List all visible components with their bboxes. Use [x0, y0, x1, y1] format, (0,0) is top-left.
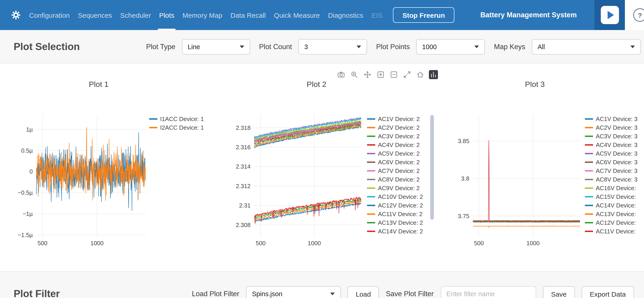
legend-item[interactable]: AC11V Device: — [585, 227, 638, 236]
svg-text:0.5µ: 0.5µ — [21, 147, 33, 154]
legend-item[interactable]: AC3V Device: 2 — [367, 132, 423, 140]
chevron-down-icon — [240, 45, 244, 48]
svg-text:500: 500 — [38, 240, 47, 246]
legend-item[interactable]: AC14V Device: — [585, 201, 638, 210]
legend-item[interactable]: AC8V Device: 2 — [367, 175, 423, 184]
export-data-button[interactable]: Export Data — [582, 286, 634, 298]
toggle-spikelines-icon[interactable] — [429, 70, 438, 79]
load-filter-label: Load Plot Filter — [192, 290, 240, 298]
svg-text:1000: 1000 — [526, 240, 540, 246]
svg-text:2.312: 2.312 — [236, 183, 250, 190]
legend-item[interactable]: AC4V Device: 2 — [367, 140, 423, 149]
legend-item[interactable]: AC5V Device: 3 — [585, 149, 638, 158]
legend-item[interactable]: AC14V Device: 2 — [367, 227, 423, 236]
legend-swatch — [367, 231, 375, 232]
filter-name-input[interactable] — [440, 286, 536, 298]
legend-item[interactable]: AC2V Device: 3 — [585, 123, 638, 132]
legend-item[interactable]: AC13V Device: — [585, 210, 638, 218]
nav-item-memory-map[interactable]: Memory Map — [182, 0, 222, 30]
nav-item-plots[interactable]: Plots — [159, 0, 174, 30]
zoom-in-icon[interactable] — [376, 70, 385, 79]
legend-swatch — [367, 153, 375, 154]
svg-text:1µ: 1µ — [26, 126, 33, 133]
control-group: Map KeysAll — [494, 39, 641, 54]
legend-item[interactable]: AC8V Device: 3 — [585, 175, 638, 184]
chart-canvas-1[interactable]: 50010001µ0.5µ0−0.5µ−1µ−1.5µ — [13, 110, 156, 248]
help-button[interactable]: ? — [633, 8, 644, 22]
nav-item-eis[interactable]: EIS — [371, 0, 382, 30]
legend-item[interactable]: AC15V Device: — [585, 192, 638, 201]
zoom-out-icon[interactable] — [389, 70, 398, 79]
autoscale-icon[interactable] — [402, 70, 412, 79]
legend-item[interactable]: I1ACC Device: 1 — [149, 115, 204, 123]
dropdown-plot-count-value: 3 — [304, 43, 308, 50]
legend-item[interactable]: AC13V Device: 2 — [367, 218, 423, 227]
camera-icon[interactable] — [336, 70, 346, 79]
legend-item[interactable]: AC9V Device: 2 — [367, 184, 423, 192]
nav-item-sequences[interactable]: Sequences — [78, 0, 112, 30]
chevron-down-icon — [630, 45, 635, 48]
gear-icon[interactable] — [10, 10, 22, 20]
legend-item[interactable]: AC7V Device: 2 — [367, 166, 423, 175]
control-label: Plot Type — [146, 42, 175, 51]
legend-swatch — [367, 162, 375, 163]
play-button[interactable] — [600, 6, 619, 24]
chart-canvas-2[interactable]: 50010002.3182.3162.3142.3122.312.308 — [233, 110, 370, 248]
legend-item[interactable]: AC2V Device: 2 — [367, 123, 423, 132]
legend-item[interactable]: AC16V Device: — [585, 184, 638, 192]
legend-item[interactable]: AC4V Device: 3 — [585, 140, 638, 149]
zoom-icon[interactable] — [350, 70, 359, 79]
stop-freerun-button[interactable]: Stop Freerun — [393, 7, 454, 23]
legend-item[interactable]: AC6V Device: 2 — [367, 158, 423, 166]
chart-canvas-3[interactable]: 50010003.853.83.75 — [452, 110, 589, 248]
dropdown-plot-count[interactable]: 3 — [298, 39, 367, 54]
plot-filter-bar: Plot Filter Load Plot Filter Spins.json … — [0, 271, 644, 298]
legend-swatch — [367, 188, 375, 189]
legend-swatch — [367, 196, 375, 198]
legend-item[interactable]: AC3V Device: 3 — [585, 132, 638, 140]
legend-label: AC14V Device: — [596, 202, 636, 209]
nav-item-data-recall[interactable]: Data Recall — [230, 0, 266, 30]
plot-modebar — [336, 70, 438, 79]
load-button[interactable]: Load — [348, 286, 379, 298]
legend-item[interactable]: AC5V Device: 2 — [367, 149, 423, 158]
nav-item-configuration[interactable]: Configuration — [29, 0, 70, 30]
nav-item-scheduler[interactable]: Scheduler — [120, 0, 151, 30]
legend-swatch — [585, 231, 593, 232]
pan-icon[interactable] — [363, 70, 372, 79]
legend-label: AC11V Device: — [596, 228, 635, 235]
plot-selection-heading: Plot Selection — [14, 41, 80, 52]
legend-scrollbar[interactable] — [430, 115, 434, 220]
svg-text:2.308: 2.308 — [236, 222, 250, 228]
legend-item[interactable]: I2ACC Device: 1 — [149, 123, 204, 132]
legend-item[interactable]: AC11V Device: 2 — [367, 210, 423, 218]
dropdown-plot-type[interactable]: Line — [182, 39, 250, 54]
chart-title: Plot 2 — [307, 80, 326, 89]
legend-item[interactable]: AC6V Device: 3 — [585, 158, 638, 166]
nav-item-quick-measure[interactable]: Quick Measure — [274, 0, 320, 30]
legend-item[interactable]: AC12V Device: 2 — [367, 201, 423, 210]
legend-label: AC1V Device: 2 — [378, 116, 420, 122]
dropdown-plot-points[interactable]: 1000 — [416, 39, 485, 54]
legend-item[interactable]: AC1V Device: 3 — [585, 115, 638, 123]
legend-swatch — [585, 188, 593, 189]
help-corner: ? — [625, 0, 644, 30]
dropdown-map-keys[interactable]: All — [532, 39, 641, 54]
svg-text:1000: 1000 — [90, 240, 104, 246]
legend-item[interactable]: AC12V Device: — [585, 218, 638, 227]
legend-item[interactable]: AC10V Device: 2 — [367, 192, 423, 201]
svg-text:2.314: 2.314 — [236, 163, 250, 170]
legend-label: AC2V Device: 3 — [596, 124, 638, 131]
save-button[interactable]: Save — [543, 286, 575, 298]
legend-label: AC13V Device: 2 — [378, 219, 423, 226]
legend-swatch — [367, 118, 375, 120]
nav-item-diagnostics[interactable]: Diagnostics — [328, 0, 363, 30]
legend-item[interactable]: AC1V Device: 2 — [367, 115, 423, 123]
control-group: Plot TypeLine — [146, 39, 250, 54]
dropdown-load-filter[interactable]: Spins.json — [246, 286, 341, 298]
reset-axes-icon[interactable] — [416, 70, 425, 79]
legend-label: AC8V Device: 2 — [378, 176, 420, 183]
legend-item[interactable]: AC7V Device: 3 — [585, 166, 638, 175]
svg-text:2.318: 2.318 — [236, 124, 250, 131]
legend-label: AC5V Device: 2 — [378, 150, 420, 157]
